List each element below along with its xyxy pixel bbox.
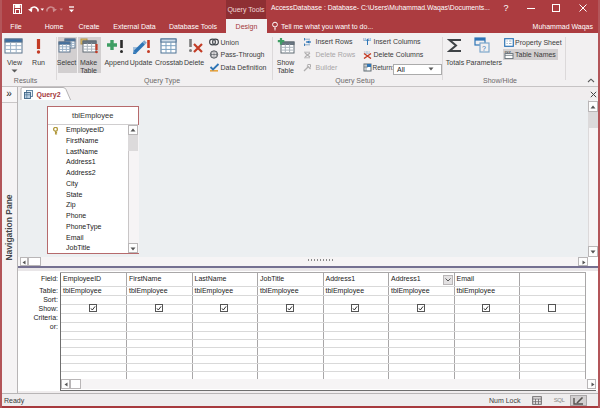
svg-text:?: ? (482, 45, 486, 52)
svg-text:u: u (368, 37, 371, 42)
svg-text:u: u (363, 37, 366, 42)
